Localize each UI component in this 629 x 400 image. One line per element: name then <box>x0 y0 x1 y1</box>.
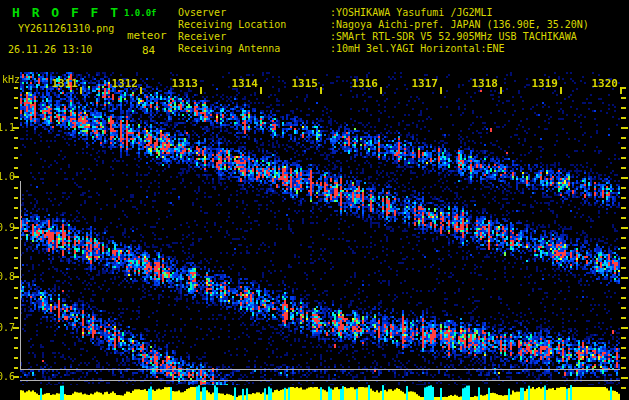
x-minute-tick <box>320 87 322 94</box>
right-minor-tick <box>621 357 626 359</box>
right-minor-tick <box>621 267 626 269</box>
right-minor-tick <box>621 387 626 389</box>
y-minor-tick <box>14 137 18 139</box>
x-time-label: 1317 <box>388 77 438 90</box>
right-minor-tick <box>621 367 626 369</box>
y-minor-tick <box>14 347 18 349</box>
right-minor-tick <box>621 97 626 99</box>
x-time-label: 1318 <box>448 77 498 90</box>
right-minor-tick <box>621 187 626 189</box>
echo-count: 84 <box>142 44 155 57</box>
x-minute-tick <box>440 87 442 94</box>
x-time-label: 1316 <box>328 77 378 90</box>
noise-floor-line-upper <box>20 369 620 370</box>
y-minor-tick <box>14 207 18 209</box>
y-minor-tick <box>14 217 18 219</box>
right-major-tick <box>621 277 628 279</box>
right-minor-tick <box>621 257 626 259</box>
right-minor-tick <box>621 147 626 149</box>
x-time-label: 1314 <box>208 77 258 90</box>
spectrogram-canvas <box>20 72 620 385</box>
y-minor-tick <box>14 117 18 119</box>
right-minor-tick <box>621 247 626 249</box>
y-minor-tick <box>14 167 18 169</box>
right-minor-tick <box>621 337 626 339</box>
info-value: :YOSHIKAWA Yasufumi /JG2MLI <box>330 7 493 18</box>
y-minor-tick <box>14 237 18 239</box>
right-minor-tick <box>621 197 626 199</box>
y-minor-tick <box>14 307 18 309</box>
hrofft-window: H R O F F T 1.0.0f YY2611261310.png mete… <box>0 0 629 400</box>
noise-floor-line-lower <box>20 380 620 381</box>
y-tick-label: 0.9 <box>0 222 13 233</box>
right-minor-tick <box>621 207 626 209</box>
y-minor-tick <box>14 367 18 369</box>
right-minor-tick <box>621 117 626 119</box>
y-minor-tick <box>14 157 18 159</box>
y-minor-tick <box>14 87 18 89</box>
right-minor-tick <box>621 347 626 349</box>
app-title: H R O F F T <box>12 5 120 20</box>
right-minor-tick <box>621 287 626 289</box>
y-minor-tick <box>14 147 18 149</box>
x-minute-tick <box>200 87 202 94</box>
info-label: Ovserver <box>178 7 330 19</box>
right-minor-tick <box>621 307 626 309</box>
right-major-tick <box>621 127 628 129</box>
x-minute-tick <box>140 87 142 94</box>
output-filename: YY2611261310.png <box>18 23 114 34</box>
right-minor-tick <box>621 237 626 239</box>
info-row: Ovserver:YOSHIKAWA Yasufumi /JG2MLI <box>178 7 589 19</box>
x-minute-tick <box>500 87 502 94</box>
right-major-tick <box>621 377 628 379</box>
x-time-label: 1319 <box>508 77 558 90</box>
y-minor-tick <box>14 107 18 109</box>
right-minor-tick <box>621 137 626 139</box>
x-minute-tick <box>80 87 82 94</box>
right-major-tick <box>621 177 628 179</box>
mode-label: meteor <box>127 29 167 42</box>
right-minor-tick <box>621 297 626 299</box>
y-minor-tick <box>14 297 18 299</box>
x-time-label: 1320 <box>568 77 618 90</box>
info-row: Receiving Location:Nagoya Aichi-pref. JA… <box>178 19 589 31</box>
y-minor-tick <box>14 317 18 319</box>
info-value: :SMArt RTL-SDR V5 52.905MHz USB TACHIKAW… <box>330 31 577 42</box>
y-tick-label: 0.7 <box>0 322 13 333</box>
x-minute-tick <box>560 87 562 94</box>
right-minor-tick <box>621 157 626 159</box>
y-minor-tick <box>14 267 18 269</box>
y-tick-label: 1.0 <box>0 171 13 182</box>
station-info: Ovserver:YOSHIKAWA Yasufumi /JG2MLI Rece… <box>178 7 589 55</box>
y-minor-tick <box>14 287 18 289</box>
right-major-tick <box>621 327 628 329</box>
x-time-label: 1311 <box>28 77 78 90</box>
info-value: :Nagoya Aichi-pref. JAPAN (136.90E, 35.2… <box>330 19 589 30</box>
x-time-label: 1315 <box>268 77 318 90</box>
y-minor-tick <box>14 337 18 339</box>
y-minor-tick <box>14 97 18 99</box>
y-minor-tick <box>14 197 18 199</box>
y-minor-tick <box>14 257 18 259</box>
y-minor-tick <box>14 357 18 359</box>
right-minor-tick <box>621 167 626 169</box>
info-label: Receiving Antenna <box>178 43 330 55</box>
y-minor-tick <box>14 187 18 189</box>
x-minute-tick <box>260 87 262 94</box>
y-axis-unit-label: kHz <box>2 74 20 85</box>
x-time-label: 1312 <box>88 77 138 90</box>
datetime-label: 26.11.26 13:10 <box>8 44 92 55</box>
y-tick-label: 1.1 <box>0 122 13 133</box>
info-value: :10mH 3el.YAGI Horizontal:ENE <box>330 43 505 54</box>
right-minor-tick <box>621 217 626 219</box>
y-tick-label: 0.6 <box>0 371 13 382</box>
info-row: Receiving Antenna:10mH 3el.YAGI Horizont… <box>178 43 589 55</box>
right-major-tick <box>621 227 628 229</box>
app-version: 1.0.0f <box>124 8 157 18</box>
info-label: Receiving Location <box>178 19 330 31</box>
right-minor-tick <box>621 317 626 319</box>
x-time-label: 1313 <box>148 77 198 90</box>
info-label: Receiver <box>178 31 330 43</box>
y-tick-label: 0.8 <box>0 271 13 282</box>
signal-level-bargraph-canvas <box>20 385 620 400</box>
